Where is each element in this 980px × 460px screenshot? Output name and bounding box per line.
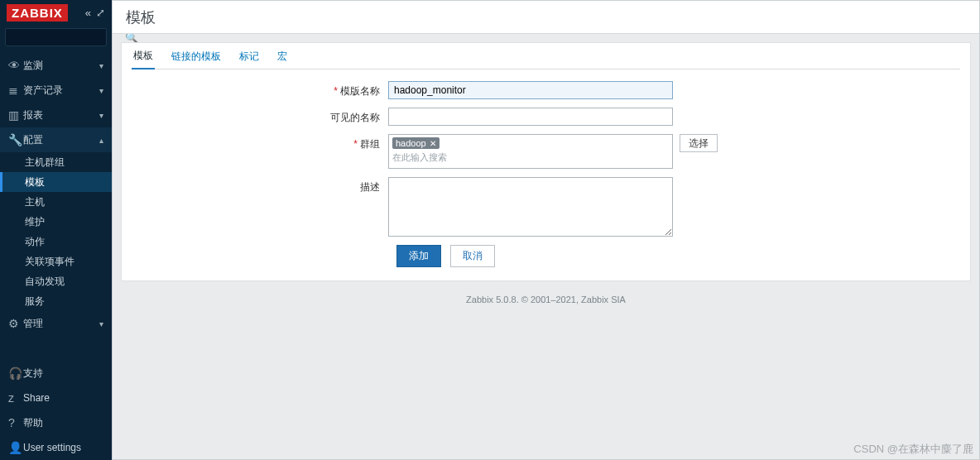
headset-icon: 🎧 [8,367,23,380]
tabs: 模板 链接的模板 标记 宏 [132,43,960,69]
search-input[interactable] [11,32,125,42]
group-hint: 在此输入搜索 [392,151,669,164]
subnav-discovery[interactable]: 自动发现 [0,271,112,291]
sidebar: ZABBIX « ⤢ 🔍 👁 监测 ▾ ≣ 资产记录 ▾ ▥ 报表 ▾ 🔧 配置… [0,0,112,460]
wrench-icon: 🔧 [8,133,23,146]
logo: ZABBIX [7,4,68,22]
nav-support[interactable]: 🎧 支持 [0,361,112,386]
search-box[interactable]: 🔍 [5,28,107,46]
header-icons: « ⤢ [85,7,105,19]
tab-macros[interactable]: 宏 [276,45,289,69]
chevron-down-icon: ▾ [99,319,103,328]
row-description: 描述 [132,177,960,237]
collapse-icon[interactable]: « [85,7,91,19]
nav-admin[interactable]: ⚙ 管理 ▾ [0,311,112,336]
subnav-correlation[interactable]: 关联项事件 [0,252,112,271]
tab-linked[interactable]: 链接的模板 [170,45,223,69]
user-icon: 👤 [8,441,23,454]
label-template-name: 模版名称 [340,85,380,97]
page-title: 模板 [113,1,979,34]
subnav-actions[interactable]: 动作 [0,232,112,252]
remove-tag-icon[interactable]: ✕ [430,139,436,148]
nav-share[interactable]: z Share [0,386,112,410]
group-tag-label: hadoop [396,138,426,148]
nav-config[interactable]: 🔧 配置 ▴ [0,127,112,152]
input-visible-name[interactable] [388,108,673,126]
row-groups: *群组 hadoop ✕ 在此输入搜索 选择 [132,134,960,169]
row-template-name: *模版名称 [132,81,960,99]
sidebar-top: ZABBIX « ⤢ [0,0,112,25]
chevron-up-icon: ▴ [99,136,103,145]
nav-help[interactable]: ? 帮助 [0,410,112,435]
row-visible-name: 可见的名称 [132,108,960,126]
subnav-services[interactable]: 服务 [0,291,112,311]
chevron-down-icon: ▾ [99,61,103,70]
subnav-hosts[interactable]: 主机 [0,192,112,212]
label-visible-name: 可见的名称 [330,112,380,123]
popout-icon[interactable]: ⤢ [96,7,105,19]
help-icon: ? [8,416,23,429]
select-groups-button[interactable]: 选择 [680,134,718,152]
list-icon: ≣ [8,84,23,97]
footer: Zabbix 5.0.8. © 2001–2021, Zabbix SIA [113,290,979,306]
subnav-templates[interactable]: 模板 [0,172,112,192]
form-actions: 添加 取消 [396,245,960,267]
multiselect-groups[interactable]: hadoop ✕ 在此输入搜索 [388,134,673,169]
nav-monitoring[interactable]: 👁 监测 ▾ [0,53,112,78]
label-description: 描述 [360,181,380,193]
tab-tags[interactable]: 标记 [238,45,261,69]
watermark: CSDN @在森林中麋了鹿 [853,442,973,457]
chart-icon: ▥ [8,108,23,122]
template-form: *模版名称 可见的名称 *群组 hadoop ✕ [132,69,960,267]
gear-icon: ⚙ [8,317,23,330]
cancel-button[interactable]: 取消 [450,245,495,267]
nav-inventory[interactable]: ≣ 资产记录 ▾ [0,78,112,103]
add-button[interactable]: 添加 [396,245,441,267]
group-tag: hadoop ✕ [392,137,440,149]
content-card: 模板 链接的模板 标记 宏 *模版名称 可见的名称 *群组 [121,42,971,281]
chevron-down-icon: ▾ [99,111,103,120]
tab-template[interactable]: 模板 [132,44,155,69]
subnav-maintenance[interactable]: 维护 [0,212,112,232]
eye-icon: 👁 [8,59,23,72]
input-description[interactable] [388,177,673,237]
chevron-down-icon: ▾ [99,86,103,95]
label-groups: 群组 [360,138,380,150]
input-template-name[interactable] [388,81,673,99]
subnav-hostgroups[interactable]: 主机群组 [0,152,112,172]
sidebar-bottom: 🎧 支持 z Share ? 帮助 👤 User settings [0,361,112,460]
main: 模板 模板 链接的模板 标记 宏 *模版名称 可见的名称 *群组 [112,0,980,460]
nav-usersettings[interactable]: 👤 User settings [0,435,112,460]
nav-reports[interactable]: ▥ 报表 ▾ [0,103,112,127]
share-icon: z [8,391,23,405]
